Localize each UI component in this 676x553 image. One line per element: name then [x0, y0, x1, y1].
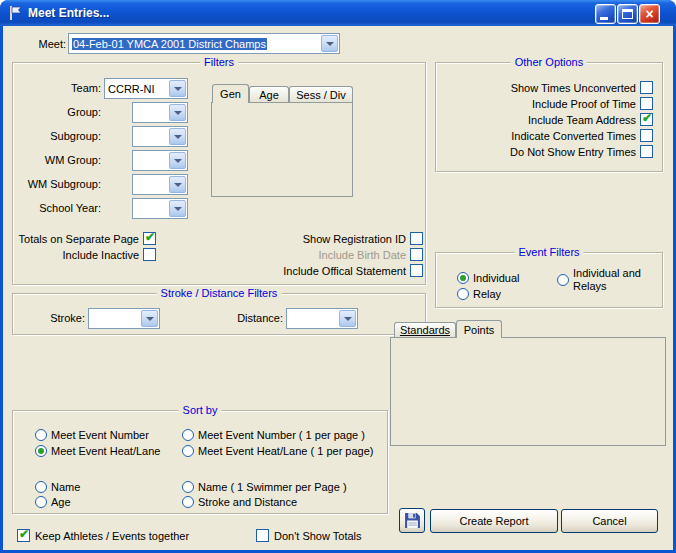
sort-meet-event-number-label[interactable]: Meet Event Number [51, 429, 149, 442]
stroke-distance-filters-group-title: Stroke / Distance Filters [157, 287, 282, 300]
school-year-combobox[interactable] [132, 198, 188, 219]
wm-subgroup-combobox-value [136, 178, 168, 192]
individual-radio[interactable] [457, 272, 469, 284]
distance-combobox-arrow-icon[interactable] [339, 310, 356, 327]
group-combobox[interactable] [132, 102, 188, 123]
keep-athletes-events-together-label[interactable]: Keep Athletes / Events together [35, 530, 189, 543]
tab-points[interactable]: Points [456, 320, 502, 338]
meet-combobox-value: 04-Feb-01 YMCA 2001 District Champs [72, 37, 320, 51]
minimize-button[interactable] [595, 4, 616, 24]
keep-athletes-events-together-checkbox[interactable] [17, 529, 30, 542]
subgroup-combobox-value [136, 130, 168, 144]
meet-combobox[interactable]: 04-Feb-01 YMCA 2001 District Champs [68, 33, 340, 54]
group-combobox-arrow-icon[interactable] [169, 104, 186, 121]
team-combobox-arrow-icon[interactable] [169, 80, 186, 97]
sort-name-label[interactable]: Name [51, 481, 80, 494]
dont-show-totals-checkbox[interactable] [256, 529, 269, 542]
team-combobox-value: CCRR-NI [108, 82, 168, 96]
create-report-button[interactable]: Create Report [430, 509, 558, 533]
subgroup-combobox-arrow-icon[interactable] [169, 128, 186, 145]
sort-meet-event-number-radio[interactable] [35, 429, 47, 441]
maximize-button[interactable] [617, 4, 638, 24]
sort-name-radio[interactable] [35, 481, 47, 493]
sort-by-group-title: Sort by [179, 404, 222, 417]
meet-combobox-arrow-icon[interactable] [321, 35, 338, 52]
individual-and-relays-label[interactable]: Individual and Relays [573, 267, 653, 293]
stroke-combobox-arrow-icon[interactable] [141, 310, 158, 327]
include-proof-of-time-checkbox[interactable] [640, 97, 653, 110]
sort-meet-event-heat-lane-radio[interactable] [35, 445, 47, 457]
stroke-combobox-value [92, 312, 140, 326]
include-official-statement-checkbox[interactable] [410, 264, 423, 277]
tab-gen-label: Gen [213, 85, 248, 104]
cancel-button[interactable]: Cancel [561, 509, 658, 533]
sort-meet-event-number-per-page-label[interactable]: Meet Event Number ( 1 per page ) [198, 429, 365, 442]
distance-combobox-value [290, 312, 338, 326]
include-official-statement-label[interactable]: Include Offical Statement [240, 265, 406, 278]
wm-group-combobox[interactable] [132, 150, 188, 171]
tab-sess-div[interactable]: Sess / Div [289, 86, 353, 102]
team-label: Team: [8, 82, 101, 95]
sort-stroke-and-distance-radio[interactable] [182, 496, 194, 508]
sort-meet-event-heat-lane-per-page-radio[interactable] [182, 445, 194, 457]
tab-age[interactable]: Age [249, 86, 289, 102]
individual-and-relays-radio[interactable] [557, 274, 569, 286]
totals-separate-page-label[interactable]: Totals on Separate Page [8, 233, 139, 246]
cancel-button-label: Cancel [562, 510, 657, 532]
wm-subgroup-combobox-arrow-icon[interactable] [169, 176, 186, 193]
school-year-label: School Year: [8, 202, 101, 215]
sort-meet-event-heat-lane-per-page-label[interactable]: Meet Event Heat/Lane ( 1 per page) [198, 445, 374, 458]
show-times-unconverted-checkbox[interactable] [640, 81, 653, 94]
show-times-unconverted-label[interactable]: Show Times Unconverted [438, 82, 636, 95]
filters-group-title: Filters [200, 56, 238, 69]
event-filters-group-title: Event Filters [514, 246, 583, 259]
include-proof-of-time-label[interactable]: Include Proof of Time [438, 98, 636, 111]
indicate-converted-times-checkbox[interactable] [640, 129, 653, 142]
group-label: Group: [8, 106, 101, 119]
tab-standards-label: Standards [395, 323, 455, 338]
team-combobox[interactable]: CCRR-NI [104, 78, 188, 99]
meet-label: Meet: [8, 38, 66, 51]
title-bar: Meet Entries... [0, 0, 676, 26]
wm-group-combobox-arrow-icon[interactable] [169, 152, 186, 169]
wm-group-label: WM Group: [8, 154, 101, 167]
sort-age-label[interactable]: Age [51, 496, 71, 509]
school-year-combobox-value [136, 202, 168, 216]
stroke-combobox[interactable] [88, 308, 160, 329]
do-not-show-entry-times-checkbox[interactable] [640, 145, 653, 158]
subgroup-label: Subgroup: [8, 130, 101, 143]
show-registration-id-checkbox[interactable] [410, 232, 423, 245]
sort-name-swimmer-per-page-radio[interactable] [182, 481, 194, 493]
dont-show-totals-label[interactable]: Don't Show Totals [274, 530, 362, 543]
save-button[interactable] [399, 508, 425, 533]
sort-meet-event-heat-lane-label[interactable]: Meet Event Heat/Lane [51, 445, 160, 458]
relay-label[interactable]: Relay [473, 288, 501, 301]
include-inactive-checkbox[interactable] [143, 248, 156, 261]
points-tab-panel [390, 337, 666, 446]
sort-age-radio[interactable] [35, 496, 47, 508]
include-inactive-label[interactable]: Include Inactive [8, 249, 139, 262]
group-combobox-value [136, 106, 168, 120]
sort-meet-event-number-per-page-radio[interactable] [182, 429, 194, 441]
include-team-address-checkbox[interactable] [640, 113, 653, 126]
relay-radio[interactable] [457, 288, 469, 300]
sort-name-swimmer-per-page-label[interactable]: Name ( 1 Swimmer per Page ) [198, 481, 347, 494]
show-registration-id-label[interactable]: Show Registration ID [240, 233, 406, 246]
indicate-converted-times-label[interactable]: Indicate Converted Times [438, 130, 636, 143]
distance-label: Distance: [226, 312, 283, 325]
distance-combobox[interactable] [286, 308, 358, 329]
tab-standards[interactable]: Standards [394, 322, 456, 337]
meet-entries-window: Meet Entries... Meet: 04-Feb-01 YMCA 200… [0, 0, 676, 553]
include-team-address-label[interactable]: Include Team Address [438, 114, 636, 127]
wm-subgroup-combobox[interactable] [132, 174, 188, 195]
do-not-show-entry-times-label[interactable]: Do Not Show Entry Times [438, 146, 636, 159]
minimize-icon [600, 17, 608, 20]
include-birth-date-label: Include Birth Date [240, 249, 406, 262]
close-button[interactable] [639, 4, 660, 24]
sort-stroke-and-distance-label[interactable]: Stroke and Distance [198, 496, 297, 509]
school-year-combobox-arrow-icon[interactable] [169, 200, 186, 217]
subgroup-combobox[interactable] [132, 126, 188, 147]
individual-label[interactable]: Individual [473, 272, 519, 285]
totals-separate-page-checkbox[interactable] [143, 232, 156, 245]
tab-gen[interactable]: Gen [212, 84, 249, 103]
